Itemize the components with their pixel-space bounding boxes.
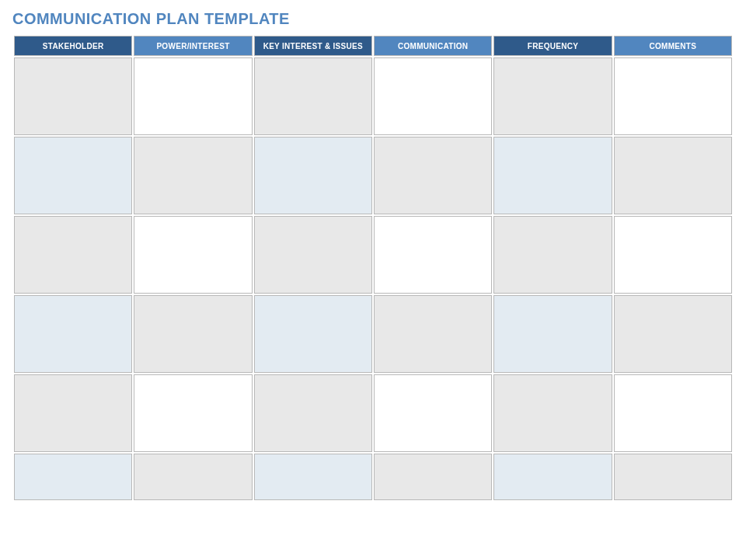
table-cell[interactable] (14, 454, 132, 500)
table-cell[interactable] (614, 216, 732, 294)
table-cell[interactable] (14, 295, 132, 373)
page-title: COMMUNICATION PLAN TEMPLATE (12, 9, 698, 28)
col-communication: COMMUNICATION (374, 36, 492, 56)
table-cell[interactable] (493, 295, 612, 373)
col-stakeholder: STAKEHOLDER (14, 36, 132, 56)
col-comments: COMMENTS (614, 36, 732, 56)
table-row (14, 374, 732, 452)
table-cell[interactable] (134, 57, 252, 135)
table-cell[interactable] (254, 295, 372, 373)
table-cell[interactable] (254, 137, 372, 214)
table-cell[interactable] (14, 374, 132, 452)
table-cell[interactable] (374, 295, 492, 373)
table-cell[interactable] (374, 137, 492, 214)
table-cell[interactable] (134, 216, 252, 294)
table-cell[interactable] (254, 216, 372, 294)
table-row (14, 57, 732, 135)
table-cell[interactable] (614, 374, 732, 452)
table-cell[interactable] (493, 374, 612, 452)
table-cell[interactable] (374, 454, 492, 500)
communication-plan-table: STAKEHOLDER POWER/INTEREST KEY INTEREST … (12, 34, 734, 502)
table-header-row: STAKEHOLDER POWER/INTEREST KEY INTEREST … (14, 36, 732, 56)
table-cell[interactable] (14, 137, 132, 214)
col-power-interest: POWER/INTEREST (134, 36, 252, 56)
table-cell[interactable] (614, 57, 732, 135)
table-row (14, 295, 732, 373)
table-cell[interactable] (254, 454, 372, 500)
table-cell[interactable] (374, 57, 492, 135)
table-cell[interactable] (493, 216, 612, 294)
table-cell[interactable] (614, 137, 732, 214)
table-row (14, 454, 732, 500)
table-cell[interactable] (614, 295, 732, 373)
table-row (14, 216, 732, 294)
table-cell[interactable] (614, 454, 732, 500)
table-cell[interactable] (254, 57, 372, 135)
table-cell[interactable] (14, 216, 132, 294)
table-cell[interactable] (134, 374, 252, 452)
col-frequency: FREQUENCY (493, 36, 612, 56)
table-cell[interactable] (493, 57, 612, 135)
table-cell[interactable] (134, 295, 252, 373)
table-cell[interactable] (493, 454, 612, 500)
table-cell[interactable] (374, 216, 492, 294)
table-cell[interactable] (493, 137, 612, 214)
table-cell[interactable] (254, 374, 372, 452)
table-cell[interactable] (374, 374, 492, 452)
col-key-interest: KEY INTEREST & ISSUES (254, 36, 372, 56)
table-cell[interactable] (14, 57, 132, 135)
table-row (14, 137, 732, 214)
table-cell[interactable] (134, 137, 252, 214)
table-cell[interactable] (134, 454, 252, 500)
